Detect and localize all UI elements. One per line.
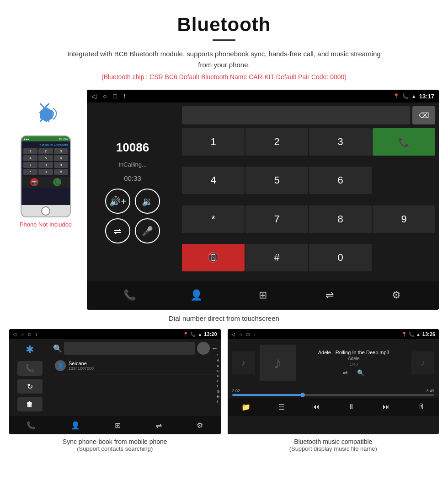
page-description: Integrated with BC6 Bluetooth module, su… xyxy=(64,49,384,70)
phonebook-back-arrow[interactable]: ← xyxy=(212,345,218,352)
key-call[interactable]: 📞 xyxy=(373,128,435,156)
phone-key-3: 3 xyxy=(54,148,68,154)
dialer-input-row: ⌫ xyxy=(178,103,439,128)
phone-end-btn: 📷 xyxy=(30,178,38,186)
key-8[interactable]: 8 xyxy=(309,205,372,233)
sync-sidebar-btn[interactable]: ↻ xyxy=(17,379,43,394)
music-artist: Adele xyxy=(318,356,389,361)
pb-settings-icon[interactable]: ⚙ xyxy=(197,421,203,430)
phone-key-star: * xyxy=(23,169,37,175)
contact-info: Seicane 13241007000 xyxy=(69,361,216,371)
phone-signal-icon: 📞 xyxy=(402,93,409,99)
dialer-number: 10086 xyxy=(116,140,149,155)
settings-icon[interactable]: ⚙ xyxy=(385,284,408,307)
dialer-backspace-btn[interactable]: ⌫ xyxy=(412,106,435,124)
mic-btn[interactable]: 🎤 xyxy=(135,218,160,243)
phone-mockup: ●●●MENU + Add to Contacts 1 2 3 4 5 6 7 … xyxy=(21,135,71,217)
music-album-sm-left: ♪ xyxy=(232,351,255,374)
car-status-icons: 📍 📞 ▲ 13:17 xyxy=(393,93,434,100)
key-0[interactable]: 0 xyxy=(309,244,372,271)
phone-key-hash: # xyxy=(54,169,68,175)
dots-nav-icon: ⁞ xyxy=(123,92,125,100)
key-hash2[interactable]: # xyxy=(245,244,308,271)
bluetooth-specs: (Bluetooth chip : CSR BC6 Default Blueto… xyxy=(9,73,439,81)
phonebook-main: 🔍 ← 👤 Seicane 13241007000 * xyxy=(50,339,221,416)
music-list-icon[interactable]: ☰ xyxy=(278,403,285,411)
phone-sidebar-btn[interactable]: 📞 xyxy=(17,361,43,375)
dialer-controls-row-1: 🔊+ 🔉 xyxy=(105,189,160,214)
transfer-btn[interactable]: ⇌ xyxy=(105,218,130,243)
music-shuffle-icon[interactable]: ⇌ xyxy=(343,369,348,376)
music-progress-dot[interactable] xyxy=(300,393,305,397)
phonebook-screen: ◁ ○ □ ⁞ 📍 📞 ▲ 13:20 ✱ 📞 ↻ 🗑 xyxy=(9,329,221,434)
key-1[interactable]: 1 xyxy=(182,128,245,156)
music-folder-icon[interactable]: 📁 xyxy=(241,403,251,411)
key-star[interactable]: * xyxy=(182,205,245,233)
key-5[interactable]: 5 xyxy=(245,167,308,194)
music-album-sm-right: ♪ xyxy=(411,351,434,374)
music-search-icon[interactable]: 🔍 xyxy=(357,369,364,376)
music-status-bar: ◁ ○ □ ⁞ 📍 📞 ▲ 13:26 xyxy=(228,329,439,339)
music-info: Adele - Rolling In the Deep.mp3 Adele 1/… xyxy=(314,350,394,369)
key-2[interactable]: 2 xyxy=(245,128,308,156)
delete-sidebar-btn[interactable]: 🗑 xyxy=(17,397,43,411)
dialer-right: ⌫ 1 2 3 📞 4 5 6 * 7 8 9 xyxy=(178,103,439,281)
volume-down-btn[interactable]: 🔉 xyxy=(135,189,160,214)
pb-wifi-icon: ▲ xyxy=(197,332,202,337)
pb-location-icon: 📍 xyxy=(183,332,188,337)
music-album-art: ♪ xyxy=(260,345,296,381)
ms-home-icon: ○ xyxy=(240,332,242,337)
music-progress-track[interactable] xyxy=(232,394,435,396)
back-nav-icon: ◁ xyxy=(91,92,96,100)
dialer-controls: 🔊+ 🔉 ⇌ 🎤 xyxy=(105,189,160,243)
phonebook-search-bar[interactable] xyxy=(64,342,195,355)
contact-number: 13241007000 xyxy=(69,366,216,371)
key-4[interactable]: 4 xyxy=(182,167,245,194)
dialer-input-field[interactable] xyxy=(182,106,410,124)
pb-back-icon: ◁ xyxy=(13,332,16,337)
car-screen-wrapper: ◁ ○ □ ⁞ 📍 📞 ▲ 13:17 10086 InCalling... xyxy=(87,90,439,310)
key-9[interactable]: 9 xyxy=(373,205,435,233)
ms-dots-icon: ⁞ xyxy=(254,332,256,337)
key-end-call[interactable]: 📵 xyxy=(182,244,245,271)
music-screen-item: ◁ ○ □ ⁞ 📍 📞 ▲ 13:26 ♪ xyxy=(228,329,439,452)
music-time-current: 2:02 xyxy=(232,389,240,393)
ms-wifi-icon: ▲ xyxy=(416,332,421,337)
volume-up-btn[interactable]: 🔊+ xyxy=(105,189,130,214)
pb-transfer-icon[interactable]: ⇌ xyxy=(156,421,162,430)
dial-caption: Dial number direct from touchscreen xyxy=(0,314,448,322)
phonebook-caption: Sync phone-book from mobile phone (Suppo… xyxy=(9,438,221,452)
ms-phone-icon: 📞 xyxy=(409,332,414,337)
contacts-icon[interactable]: 👤 xyxy=(185,284,208,307)
music-body: ♪ ♪ Adele - Rolling In the Deep.mp3 Adel… xyxy=(228,339,439,416)
phone-call-btn: 📞 xyxy=(53,178,61,186)
ms-back-icon: ◁ xyxy=(231,332,235,337)
dialer-status: InCalling... xyxy=(118,161,146,168)
pb-calls-icon[interactable]: 📞 xyxy=(27,421,36,430)
phone-key-9: 9 xyxy=(54,162,68,168)
music-equalizer-icon[interactable]: 🎚 xyxy=(418,403,425,411)
music-prev-icon[interactable]: ⏮ xyxy=(312,403,320,411)
phonebook-screen-item: ◁ ○ □ ⁞ 📍 📞 ▲ 13:20 ✱ 📞 ↻ 🗑 xyxy=(9,329,221,452)
dialpad-icon[interactable]: ⊞ xyxy=(251,284,274,307)
phone-key-6: 6 xyxy=(54,155,68,161)
phonebook-search-row: 🔍 ← xyxy=(53,342,218,355)
phonebook-caption-sub: (Support contacts searching) xyxy=(14,445,216,452)
music-track-title: Adele - Rolling In the Deep.mp3 xyxy=(318,350,389,355)
key-6[interactable]: 6 xyxy=(309,167,372,194)
phonebook-circle-btn[interactable] xyxy=(197,342,210,355)
pb-dialpad-icon[interactable]: ⊞ xyxy=(115,421,121,430)
key-7[interactable]: 7 xyxy=(245,205,308,233)
pb-contacts-icon[interactable]: 👤 xyxy=(71,421,80,430)
music-play-icon[interactable]: ⏸ xyxy=(347,403,355,411)
music-time-total: 3:49 xyxy=(426,389,434,393)
phone-key-8: 8 xyxy=(38,162,53,168)
transfer-bottom-icon[interactable]: ⇌ xyxy=(318,284,341,307)
calls-icon[interactable]: 📞 xyxy=(118,284,141,307)
key-3[interactable]: 3 xyxy=(309,128,372,156)
phonebook-alphabet: * A B C D E F G H I xyxy=(217,353,219,404)
phone-key-0: 0 xyxy=(38,169,53,175)
car-time: 13:17 xyxy=(419,93,434,100)
music-next-icon[interactable]: ⏭ xyxy=(383,403,390,411)
contact-name: Seicane xyxy=(69,361,216,366)
